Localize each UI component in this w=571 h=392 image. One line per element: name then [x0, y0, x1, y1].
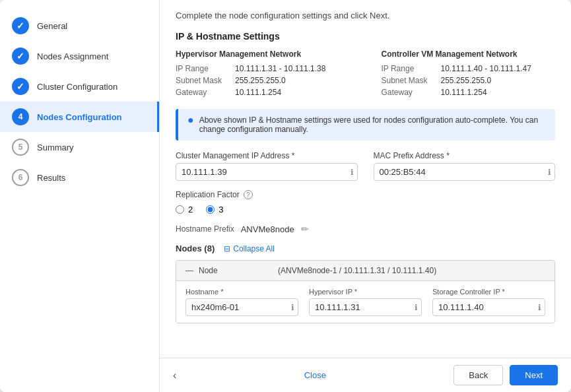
- replication-label: Replication Factor ?: [176, 190, 555, 199]
- sidebar-item-general[interactable]: ✓ General: [0, 11, 159, 41]
- main-content: Complete the node configuration settings…: [160, 0, 571, 392]
- controller-ip-range-value: 10.111.1.40 - 10.111.1.47: [441, 64, 531, 73]
- ip-hostname-section-title: IP & Hostname Settings: [176, 31, 555, 42]
- hypervisor-subnet-label: Subnet Mask: [176, 76, 235, 85]
- node-table-row: Hostname * ℹ Hypervisor IP *: [176, 281, 554, 323]
- hypervisor-ip-input-wrapper: ℹ: [309, 298, 422, 316]
- mac-prefix-label: MAC Prefix Address *: [374, 151, 556, 160]
- hypervisor-ip-range-value: 10.111.1.31 - 10.111.1.38: [235, 64, 325, 73]
- replication-radio-2[interactable]: [176, 205, 184, 214]
- hypervisor-gateway-row: Gateway 10.111.1.254: [176, 88, 350, 97]
- sidebar: ✓ General ✓ Nodes Assignment ✓ Cluster C…: [0, 0, 160, 392]
- controller-gateway-value: 10.111.1.254: [441, 88, 487, 97]
- hypervisor-subnet-row: Subnet Mask 255.255.255.0: [176, 76, 350, 85]
- storage-controller-info-icon: ℹ: [538, 303, 541, 312]
- hypervisor-gateway-value: 10.111.1.254: [235, 88, 281, 97]
- cluster-ip-label: Cluster Management IP Address *: [176, 151, 358, 160]
- controller-gateway-row: Gateway 10.111.1.254: [382, 88, 556, 97]
- node-collapse-icon[interactable]: —: [185, 266, 193, 275]
- hypervisor-ip-range-row: IP Range 10.111.1.31 - 10.111.1.38: [176, 64, 350, 73]
- next-button[interactable]: Next: [510, 365, 558, 385]
- info-message: Above shown IP & Hostname settings were …: [199, 115, 546, 134]
- modal-body: ✓ General ✓ Nodes Assignment ✓ Cluster C…: [0, 0, 571, 392]
- hypervisor-ip-input[interactable]: [309, 298, 422, 316]
- sidebar-label-nodes-configuration: Nodes Configuration: [37, 112, 122, 122]
- replication-radio-3[interactable]: [206, 205, 215, 214]
- node-table: — Node (ANVMe8node-1 / 10.111.1.31 / 10.…: [176, 260, 555, 323]
- controller-subnet-label: Subnet Mask: [382, 76, 441, 85]
- cluster-ip-input[interactable]: [176, 163, 358, 181]
- sidebar-item-summary[interactable]: 5 Summary: [0, 132, 159, 162]
- storage-controller-input[interactable]: [432, 298, 545, 316]
- sidebar-label-nodes-assignment: Nodes Assignment: [37, 51, 108, 61]
- storage-controller-field: Storage Controller IP * ℹ: [432, 288, 545, 316]
- node-table-header: — Node (ANVMe8node-1 / 10.111.1.31 / 10.…: [176, 261, 554, 281]
- controller-ip-range-row: IP Range 10.111.1.40 - 10.111.1.47: [382, 64, 556, 73]
- hostname-info-icon: ℹ: [291, 303, 294, 312]
- sidebar-item-cluster-configuration[interactable]: ✓ Cluster Configuration: [0, 71, 159, 102]
- sidebar-item-results[interactable]: 6 Results: [0, 162, 159, 193]
- edit-hostname-icon[interactable]: ✏: [301, 224, 309, 234]
- node-fields-row: Hostname * ℹ Hypervisor IP *: [185, 288, 545, 316]
- sidebar-label-summary: Summary: [37, 143, 74, 152]
- mac-prefix-input-wrapper: ℹ: [374, 163, 556, 181]
- replication-option-3[interactable]: 3: [206, 205, 223, 214]
- mac-prefix-form-group: MAC Prefix Address * ℹ: [374, 151, 556, 181]
- close-button[interactable]: Close: [295, 366, 335, 385]
- controller-subnet-value: 255.255.255.0: [441, 76, 492, 85]
- controller-gateway-label: Gateway: [382, 88, 441, 97]
- storage-controller-input-wrapper: ℹ: [432, 298, 545, 316]
- hypervisor-gateway-label: Gateway: [176, 88, 235, 97]
- hypervisor-ip-field-label: Hypervisor IP *: [309, 288, 422, 296]
- sidebar-toggle-icon[interactable]: ‹: [173, 370, 176, 381]
- mac-prefix-input[interactable]: [374, 163, 556, 181]
- hypervisor-ip-info-icon: ℹ: [415, 303, 418, 312]
- sidebar-label-results: Results: [37, 173, 65, 183]
- step-circle-6: 6: [12, 169, 29, 186]
- hypervisor-ip-group: Hypervisor Management Network IP Range 1…: [176, 49, 350, 100]
- step-circle-1: ✓: [12, 17, 29, 34]
- replication-help-icon[interactable]: ?: [244, 190, 253, 199]
- info-dot-icon: ●: [187, 114, 194, 126]
- node-col-header: Node: [199, 266, 278, 275]
- nodes-header: Nodes (8) ⊟ Collapse All: [176, 244, 555, 253]
- modal: ✓ General ✓ Nodes Assignment ✓ Cluster C…: [0, 0, 571, 392]
- hostname-field: Hostname * ℹ: [185, 288, 298, 316]
- cluster-ip-input-wrapper: ℹ: [176, 163, 358, 181]
- nodes-title: Nodes (8): [176, 244, 215, 253]
- controller-subnet-row: Subnet Mask 255.255.255.0: [382, 76, 556, 85]
- step-circle-4: 4: [12, 108, 29, 125]
- storage-controller-field-label: Storage Controller IP *: [432, 288, 545, 296]
- cluster-mac-form-row: Cluster Management IP Address * ℹ MAC Pr…: [176, 151, 555, 181]
- collapse-icon: ⊟: [224, 244, 230, 253]
- replication-section: Replication Factor ? 2 3: [176, 190, 555, 214]
- collapse-all-link[interactable]: ⊟ Collapse All: [224, 244, 275, 253]
- replication-option-2[interactable]: 2: [176, 205, 193, 214]
- hypervisor-subnet-value: 255.255.255.0: [235, 76, 286, 85]
- hostname-prefix-label: Hostname Prefix: [176, 224, 234, 234]
- replication-radio-group: 2 3: [176, 205, 555, 214]
- sidebar-label-cluster-configuration: Cluster Configuration: [37, 82, 118, 92]
- mac-prefix-info-icon: ℹ: [548, 168, 551, 177]
- node-path: (ANVMe8node-1 / 10.111.1.31 / 10.111.1.4…: [278, 266, 436, 275]
- hostname-field-label: Hostname *: [185, 288, 298, 296]
- content-area: Complete the node configuration settings…: [160, 0, 571, 358]
- hypervisor-ip-range-label: IP Range: [176, 64, 235, 73]
- step-circle-2: ✓: [12, 48, 29, 65]
- back-button[interactable]: Back: [453, 365, 503, 385]
- footer-left: ‹: [173, 370, 176, 381]
- hostname-input-wrapper: ℹ: [185, 298, 298, 316]
- hostname-input[interactable]: [185, 298, 298, 316]
- controller-group-title: Controller VM Management Network: [382, 49, 556, 59]
- controller-ip-group: Controller VM Management Network IP Rang…: [382, 49, 556, 100]
- sidebar-item-nodes-assignment[interactable]: ✓ Nodes Assignment: [0, 41, 159, 71]
- hostname-prefix-value: ANVMe8node: [241, 224, 294, 234]
- instruction-text: Complete the node configuration settings…: [176, 11, 555, 20]
- hypervisor-ip-field: Hypervisor IP * ℹ: [309, 288, 422, 316]
- sidebar-item-nodes-configuration[interactable]: 4 Nodes Configuration: [0, 102, 159, 132]
- ip-settings-container: Hypervisor Management Network IP Range 1…: [176, 49, 555, 100]
- hostname-prefix-row: Hostname Prefix ANVMe8node ✏: [176, 224, 555, 234]
- footer: ‹ Close Back Next: [160, 358, 571, 392]
- cluster-ip-form-group: Cluster Management IP Address * ℹ: [176, 151, 358, 181]
- hypervisor-group-title: Hypervisor Management Network: [176, 49, 350, 59]
